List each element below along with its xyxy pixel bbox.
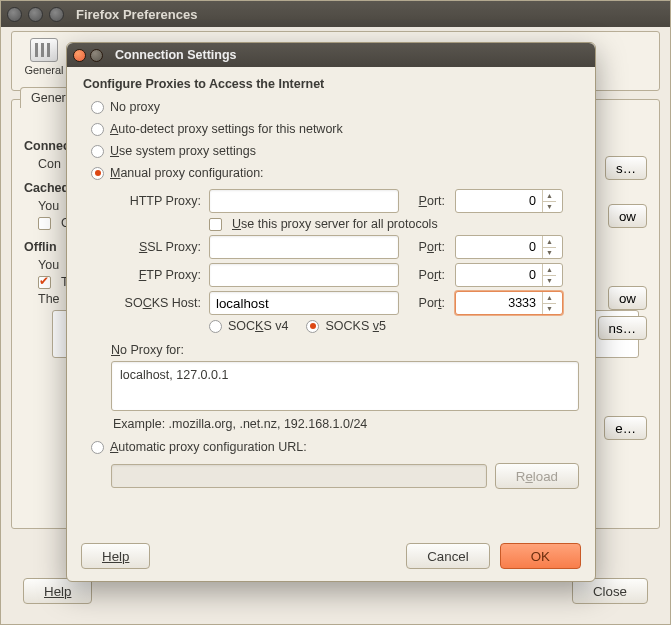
toolbar-item-label: General [18, 64, 70, 76]
radio-socks-v4[interactable]: SOCKS v4 [209, 319, 288, 333]
window-minimize-icon[interactable] [28, 7, 43, 22]
socks-port-label: Port: [407, 296, 447, 310]
cancel-button[interactable]: Cancel [406, 543, 490, 569]
use-all-protocols-checkbox[interactable] [209, 218, 222, 231]
radio-no-proxy[interactable]: No proxy [83, 100, 579, 114]
preferences-titlebar: Firefox Preferences [1, 1, 670, 27]
no-proxy-for-label: No Proxy for: [83, 343, 579, 357]
exceptions-button[interactable]: ns… [598, 316, 647, 340]
socks-host-label: SOCKS Host: [111, 296, 201, 310]
radio-icon [209, 320, 222, 333]
dialog-help-button[interactable]: Help [81, 543, 150, 569]
spin-up-icon[interactable]: ▲ [543, 236, 556, 248]
dialog-title: Connection Settings [115, 48, 237, 62]
ssl-port-label: Port: [407, 240, 447, 254]
toolbar-item-general[interactable]: General [18, 38, 70, 76]
radio-system-proxy[interactable]: Use system proxy settings [83, 144, 579, 158]
http-proxy-label: HTTP Proxy: [111, 194, 201, 208]
preferences-title: Firefox Preferences [76, 7, 197, 22]
no-proxy-example: Example: .mozilla.org, .net.nz, 192.168.… [85, 417, 579, 431]
radio-icon [91, 167, 104, 180]
radio-icon [91, 101, 104, 114]
spin-up-icon[interactable]: ▲ [543, 264, 556, 276]
ssl-port-spin[interactable]: ▲▼ [455, 235, 563, 259]
radio-icon [306, 320, 319, 333]
dialog-minimize-icon[interactable] [90, 49, 103, 62]
ftp-port-label: Port: [407, 268, 447, 282]
pac-url-input [111, 464, 487, 488]
ssl-proxy-input[interactable] [209, 235, 399, 259]
radio-icon [91, 145, 104, 158]
spin-down-icon[interactable]: ▼ [543, 202, 556, 213]
radio-socks-v5[interactable]: SOCKS v5 [306, 319, 385, 333]
http-port-spin[interactable]: ▲▼ [455, 189, 563, 213]
dialog-header: Configure Proxies to Access the Internet [83, 77, 579, 91]
radio-icon [91, 123, 104, 136]
radio-automatic-pac[interactable]: Automatic proxy configuration URL: [83, 440, 579, 454]
cache-override-checkbox[interactable] [38, 217, 51, 230]
clear-now-button-2[interactable]: ow [608, 286, 647, 310]
ftp-proxy-input[interactable] [209, 263, 399, 287]
spin-up-icon[interactable]: ▲ [543, 292, 556, 304]
ftp-port-spin[interactable]: ▲▼ [455, 263, 563, 287]
http-proxy-input[interactable] [209, 189, 399, 213]
reload-button: Reload [495, 463, 579, 489]
dialog-close-icon[interactable] [73, 49, 86, 62]
remove-button[interactable]: e… [604, 416, 647, 440]
settings-button[interactable]: s… [605, 156, 647, 180]
sliders-icon [30, 38, 58, 62]
radio-manual-proxy[interactable]: Manual proxy configuration: [83, 166, 579, 180]
spin-down-icon[interactable]: ▼ [543, 304, 556, 315]
radio-icon [91, 441, 104, 454]
spin-up-icon[interactable]: ▲ [543, 190, 556, 202]
clear-now-button-1[interactable]: ow [608, 204, 647, 228]
radio-auto-detect[interactable]: Auto-detect proxy settings for this netw… [83, 122, 579, 136]
http-port-label: Port: [407, 194, 447, 208]
dialog-titlebar: Connection Settings [67, 43, 595, 67]
socks-port-spin[interactable]: ▲▼ [455, 291, 563, 315]
socks-host-input[interactable] [209, 291, 399, 315]
window-maximize-icon[interactable] [49, 7, 64, 22]
spin-down-icon[interactable]: ▼ [543, 276, 556, 287]
window-close-icon[interactable] [7, 7, 22, 22]
spin-down-icon[interactable]: ▼ [543, 248, 556, 259]
tell-offline-checkbox[interactable] [38, 276, 51, 289]
connection-settings-dialog: Connection Settings Configure Proxies to… [66, 42, 596, 582]
ssl-proxy-label: SSL Proxy: [111, 240, 201, 254]
ok-button[interactable]: OK [500, 543, 581, 569]
no-proxy-for-input[interactable]: localhost, 127.0.0.1 [111, 361, 579, 411]
ftp-proxy-label: FTP Proxy: [111, 268, 201, 282]
